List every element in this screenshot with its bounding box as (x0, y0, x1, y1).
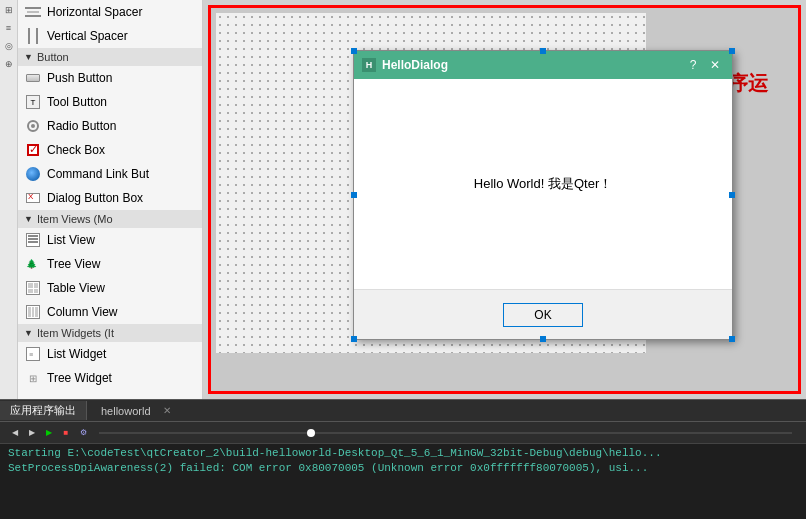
selection-handle-tr (729, 48, 735, 54)
tree-widget-label: Tree Widget (47, 371, 112, 385)
sidebar-item-table-view[interactable]: Table View (18, 276, 202, 300)
sidebar-item-radio-button[interactable]: Radio Button (18, 114, 202, 138)
sidebar-item-tool-button[interactable]: T Tool Button (18, 90, 202, 114)
table-view-icon (24, 279, 42, 297)
bottom-panel: 应用程序输出 helloworld ✕ ◀ ▶ ▶ ■ ⚙ Starting E… (0, 399, 806, 519)
column-view-label: Column View (47, 305, 117, 319)
tree-widget-icon: ⊞ (24, 369, 42, 387)
list-view-label: List View (47, 233, 95, 247)
sidebar-item-dialog-button-box[interactable]: Dialog Button Box (18, 186, 202, 210)
sidebar-item-list-view[interactable]: List View (18, 228, 202, 252)
item-views-arrow: ▼ (24, 214, 33, 224)
stop-btn[interactable]: ■ (59, 426, 73, 440)
output-content: Starting E:\codeTest\qtCreator_2\build-h… (0, 444, 806, 519)
cmdlink-icon (24, 165, 42, 183)
vert-spacer-icon (24, 27, 42, 45)
next-btn[interactable]: ▶ (25, 426, 39, 440)
command-link-label: Command Link But (47, 167, 149, 181)
item-widgets-section-label: Item Widgets (It (37, 327, 114, 339)
list-widget-icon: ≡ (24, 345, 42, 363)
selection-handle-br (729, 336, 735, 342)
sidebar-item-check-box[interactable]: Check Box (18, 138, 202, 162)
tab-filename[interactable]: helloworld (93, 403, 159, 419)
sidebar-item-list-widget[interactable]: ≡ List Widget (18, 342, 202, 366)
horizontal-spacer-label: Horizontal Spacer (47, 5, 142, 19)
tree-view-label: Tree View (47, 257, 100, 271)
section-header-buttons[interactable]: ▼ Button (18, 48, 202, 66)
check-box-label: Check Box (47, 143, 105, 157)
dialog-body: Hello World! 我是Qter！ (354, 79, 732, 289)
selection-handle-mr (729, 192, 735, 198)
output-tab[interactable]: 应用程序输出 (0, 401, 87, 420)
selection-handle-tl (351, 48, 357, 54)
sidebar-item-tree-widget[interactable]: ⊞ Tree Widget (18, 366, 202, 390)
selection-handle-bm (540, 336, 546, 342)
tool-btn-icon: T (24, 93, 42, 111)
dialog-ok-button[interactable]: OK (503, 303, 583, 327)
hello-dialog[interactable]: H HelloDialog ? ✕ Hello World! 我是Qter！ O… (353, 50, 733, 340)
item-views-section-label: Item Views (Mo (37, 213, 113, 225)
checkbox-icon (24, 141, 42, 159)
play-btn[interactable]: ▶ (42, 426, 56, 440)
dialog-body-text: Hello World! 我是Qter！ (474, 175, 612, 193)
selection-handle-bl (351, 336, 357, 342)
transport-bar: ◀ ▶ ▶ ■ ⚙ (0, 422, 806, 444)
sidebar-item-column-view[interactable]: Column View (18, 300, 202, 324)
dialog-footer: OK (354, 289, 732, 339)
list-widget-label: List Widget (47, 347, 106, 361)
prev-btn[interactable]: ◀ (8, 426, 22, 440)
left-tools: ⊞ ≡ ◎ ⊕ (0, 0, 18, 399)
item-widgets-arrow: ▼ (24, 328, 33, 338)
tool-button-label: Tool Button (47, 95, 107, 109)
sidebar-item-horizontal-spacer[interactable]: Horizontal Spacer (18, 0, 202, 24)
radio-button-label: Radio Button (47, 119, 116, 133)
selection-handle-ml (351, 192, 357, 198)
radio-btn-icon (24, 117, 42, 135)
tab-close-icon[interactable]: ✕ (163, 405, 171, 416)
table-view-label: Table View (47, 281, 105, 295)
selection-handle-tm (540, 48, 546, 54)
sidebar-item-command-link[interactable]: Command Link But (18, 162, 202, 186)
sidebar-item-vertical-spacer[interactable]: Vertical Spacer (18, 24, 202, 48)
dialog-box-icon (24, 189, 42, 207)
tree-view-icon: 🌲 (24, 255, 42, 273)
section-header-item-widgets[interactable]: ▼ Item Widgets (It (18, 324, 202, 342)
output-line-2: SetProcessDpiAwareness(2) failed: COM er… (8, 461, 798, 476)
buttons-section-label: Button (37, 51, 69, 63)
dialog-title-text: HelloDialog (382, 58, 680, 72)
dialog-button-box-label: Dialog Button Box (47, 191, 143, 205)
dialog-title-icon: H (362, 58, 376, 72)
dialog-close-button[interactable]: ✕ (706, 56, 724, 74)
sidebar: Horizontal Spacer Vertical Spacer ▼ Butt… (18, 0, 203, 399)
sidebar-item-push-button[interactable]: Push Button (18, 66, 202, 90)
vertical-spacer-label: Vertical Spacer (47, 29, 128, 43)
bottom-tabs: 应用程序输出 helloworld ✕ (0, 400, 806, 422)
top-area: ⊞ ≡ ◎ ⊕ Horizontal Spacer Vertical Space… (0, 0, 806, 399)
list-view-icon (24, 231, 42, 249)
left-tool-2[interactable]: ≡ (1, 20, 17, 36)
output-line-1: Starting E:\codeTest\qtCreator_2\build-h… (8, 446, 798, 461)
canvas-area: 槽 我们的程序运行成功！ H HelloDialog ? (203, 0, 806, 399)
dialog-help-button[interactable]: ? (684, 56, 702, 74)
debug-btn[interactable]: ⚙ (76, 426, 90, 440)
section-header-item-views[interactable]: ▼ Item Views (Mo (18, 210, 202, 228)
main-container: ⊞ ≡ ◎ ⊕ Horizontal Spacer Vertical Space… (0, 0, 806, 519)
horiz-spacer-icon (24, 3, 42, 21)
sidebar-item-tree-view[interactable]: 🌲 Tree View (18, 252, 202, 276)
left-tool-1[interactable]: ⊞ (1, 2, 17, 18)
push-btn-icon (24, 69, 42, 87)
push-button-label: Push Button (47, 71, 112, 85)
left-tool-4[interactable]: ⊕ (1, 56, 17, 72)
column-view-icon (24, 303, 42, 321)
left-tool-3[interactable]: ◎ (1, 38, 17, 54)
dialog-titlebar: H HelloDialog ? ✕ (354, 51, 732, 79)
buttons-arrow: ▼ (24, 52, 33, 62)
